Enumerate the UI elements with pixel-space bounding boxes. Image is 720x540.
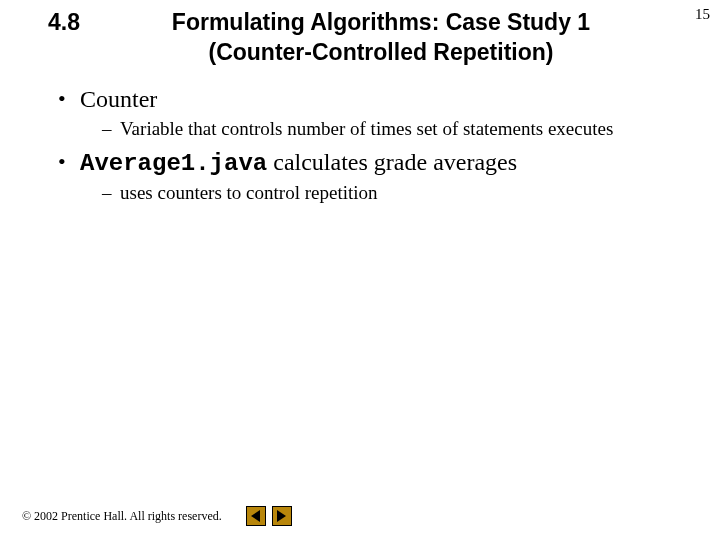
slide-title: 4.8 Formulating Algorithms: Case Study 1…: [0, 0, 720, 68]
title-text: Formulating Algorithms: Case Study 1 (Co…: [112, 8, 690, 68]
page-number: 15: [695, 6, 710, 23]
next-button[interactable]: [272, 506, 292, 526]
title-line-1: Formulating Algorithms: Case Study 1: [172, 9, 590, 35]
triangle-right-icon: [277, 510, 286, 522]
content-area: Counter Variable that controls number of…: [0, 68, 720, 205]
sub-bullet: uses counters to control repetition: [102, 181, 670, 205]
bullet-label: Counter: [80, 86, 157, 112]
bullet-counter: Counter Variable that controls number of…: [58, 86, 670, 141]
bullet-label: calculates grade averages: [267, 149, 517, 175]
triangle-left-icon: [251, 510, 260, 522]
code-text: Average1.java: [80, 150, 267, 177]
sub-bullet: Variable that controls number of times s…: [102, 117, 670, 141]
copyright-text: © 2002 Prentice Hall. All rights reserve…: [22, 509, 222, 524]
bullet-average: Average1.java calculates grade averages …: [58, 149, 670, 205]
section-number: 4.8: [48, 8, 112, 38]
prev-button[interactable]: [246, 506, 266, 526]
title-line-2: (Counter-Controlled Repetition): [209, 39, 554, 65]
nav-button-group: [246, 506, 292, 526]
footer: © 2002 Prentice Hall. All rights reserve…: [22, 506, 292, 526]
